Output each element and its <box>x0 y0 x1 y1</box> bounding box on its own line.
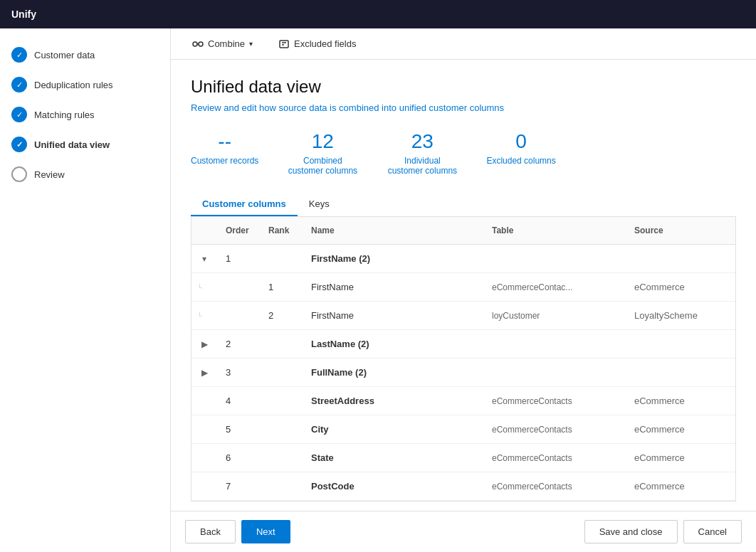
expand-collapse-fullname[interactable]: ▶ <box>197 366 211 380</box>
col-header-order: Order <box>220 223 263 238</box>
top-bar: Unify <box>0 0 756 28</box>
tab-customer-columns[interactable]: Customer columns <box>191 193 298 216</box>
data-table: Order Rank Name Table Source ▾ 1 <box>191 217 736 501</box>
app-container: Unify ✓ Customer data ✓ Deduplication ru… <box>0 0 756 552</box>
sidebar-item-deduplication-rules[interactable]: ✓ Deduplication rules <box>0 70 170 100</box>
row-name-state: State <box>305 448 486 467</box>
footer-left: Back Next <box>185 520 290 543</box>
sidebar-item-unified-data-view[interactable]: ✓ Unified data view <box>0 129 170 159</box>
row-rank-city <box>263 425 305 434</box>
row-rank-street <box>263 397 305 405</box>
toolbar: Combine ▾ Excluded fields <box>171 28 756 60</box>
sub-name-2: FirstName <box>305 306 486 325</box>
row-source-fullname <box>629 368 735 377</box>
sub-table-2: loyCustomer <box>486 307 629 325</box>
step-icon-dedup: ✓ <box>11 77 27 92</box>
expand-collapse-firstname[interactable]: ▾ <box>197 252 211 266</box>
tabs: Customer columns Keys <box>191 193 736 217</box>
sub-name-1: FirstName <box>305 277 486 297</box>
back-button[interactable]: Back <box>185 520 236 543</box>
stat-excluded-columns: 0 Excluded columns <box>486 130 555 176</box>
step-icon-customer-data: ✓ <box>11 47 27 63</box>
row-chevron-lastname[interactable]: ▶ <box>191 333 220 356</box>
row-rank-lastname <box>263 340 305 349</box>
row-table-street: eCommerceContacts <box>486 392 629 410</box>
table-row: 4 StreetAddress eCommerceContacts eComme… <box>191 387 735 415</box>
sub-source-1: eCommerce <box>629 277 735 297</box>
sidebar-label-customer-data: Customer data <box>34 50 95 60</box>
sub-indent-2: └ <box>191 306 220 325</box>
row-name-postcode: PostCode <box>305 477 486 496</box>
row-order-fullname: 3 <box>220 363 263 382</box>
expand-collapse-lastname[interactable]: ▶ <box>197 337 211 351</box>
row-source-firstname <box>629 255 735 263</box>
sub-order-1 <box>220 283 263 292</box>
sub-order-2 <box>220 312 263 320</box>
row-chevron-state <box>191 454 220 462</box>
row-chevron-postcode <box>191 482 220 491</box>
row-order-postcode: 7 <box>220 477 263 496</box>
table-row: └ 1 FirstName eCommerceContac... eCommer… <box>191 273 735 302</box>
stats-row: -- Customer records 12 Combined customer… <box>191 130 736 176</box>
next-button[interactable]: Next <box>241 520 290 543</box>
row-chevron-street <box>191 397 220 405</box>
main-layout: ✓ Customer data ✓ Deduplication rules ✓ … <box>0 28 756 552</box>
row-rank-state <box>263 454 305 462</box>
excluded-fields-button[interactable]: Excluded fields <box>271 34 363 54</box>
stat-value-excluded: 0 <box>486 130 555 153</box>
row-source-city: eCommerce <box>629 420 735 439</box>
save-close-button[interactable]: Save and close <box>584 520 678 543</box>
col-header-table: Table <box>486 223 629 238</box>
sidebar-item-matching-rules[interactable]: ✓ Matching rules <box>0 100 170 129</box>
step-icon-matching: ✓ <box>11 107 27 122</box>
stat-label-individual: Individual customer columns <box>387 156 458 176</box>
combine-button[interactable]: Combine ▾ <box>185 34 260 54</box>
table-header: Order Rank Name Table Source <box>191 217 735 245</box>
step-icon-unified: ✓ <box>11 137 27 152</box>
svg-rect-3 <box>280 41 288 48</box>
row-order-street: 4 <box>220 391 263 410</box>
col-header-rank: Rank <box>263 223 305 238</box>
row-order-state: 6 <box>220 448 263 467</box>
row-source-postcode: eCommerce <box>629 477 735 496</box>
row-table-city: eCommerceContacts <box>486 420 629 439</box>
sub-rank-2: 2 <box>263 306 305 325</box>
row-chevron-fullname[interactable]: ▶ <box>191 361 220 384</box>
table-row: ▶ 3 FullName (2) <box>191 359 735 387</box>
row-table-postcode: eCommerceContacts <box>486 477 629 496</box>
combine-chevron-icon: ▾ <box>249 40 253 48</box>
page-subtitle: Review and edit how source data is combi… <box>191 102 736 113</box>
step-icon-review <box>11 166 27 182</box>
row-name-fullname: FullName (2) <box>305 363 486 382</box>
stat-value-combined: 12 <box>287 130 358 153</box>
row-name-street: StreetAddress <box>305 391 486 410</box>
row-name-city: City <box>305 420 486 439</box>
col-header-name: Name <box>305 223 486 238</box>
table-row: 6 State eCommerceContacts eCommerce <box>191 444 735 472</box>
table-row: ▶ 2 LastName (2) <box>191 330 735 359</box>
row-rank-fullname <box>263 368 305 377</box>
row-name-firstname: FirstName (2) <box>305 249 486 268</box>
sidebar-item-review[interactable]: Review <box>0 159 170 189</box>
content-area: Combine ▾ Excluded fields Unified data v… <box>171 28 756 552</box>
table-row: └ 2 FirstName loyCustomer LoyaltyScheme <box>191 302 735 330</box>
excluded-fields-label: Excluded fields <box>294 38 356 49</box>
footer: Back Next Save and close Cancel <box>171 511 756 552</box>
row-chevron-city <box>191 425 220 434</box>
row-order-lastname: 2 <box>220 334 263 354</box>
stat-label-excluded: Excluded columns <box>486 156 555 166</box>
cancel-button[interactable]: Cancel <box>683 520 742 543</box>
stat-combined-columns: 12 Combined customer columns <box>287 130 358 176</box>
footer-right: Save and close Cancel <box>584 520 742 543</box>
svg-point-0 <box>193 42 197 46</box>
row-chevron-firstname[interactable]: ▾ <box>191 248 220 270</box>
combine-icon <box>192 38 204 50</box>
sub-rank-1: 1 <box>263 277 305 297</box>
stat-customer-records: -- Customer records <box>191 130 258 176</box>
tab-keys[interactable]: Keys <box>298 193 341 216</box>
page-content: Unified data view Review and edit how so… <box>171 60 756 511</box>
sidebar: ✓ Customer data ✓ Deduplication rules ✓ … <box>0 28 171 552</box>
sidebar-item-customer-data[interactable]: ✓ Customer data <box>0 40 170 70</box>
stat-label-combined: Combined customer columns <box>287 156 358 176</box>
svg-point-1 <box>199 42 203 46</box>
